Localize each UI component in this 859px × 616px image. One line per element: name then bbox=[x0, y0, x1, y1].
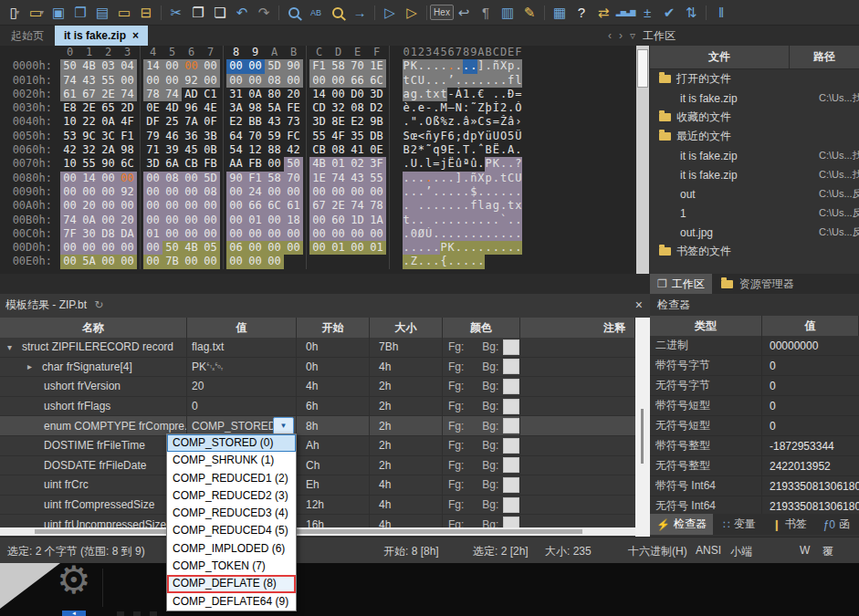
hex-byte[interactable]: F1 bbox=[118, 130, 137, 143]
ascii-char[interactable]: . bbox=[455, 255, 462, 268]
hex-byte[interactable]: 2E bbox=[329, 199, 348, 213]
copy-icon[interactable]: ❐ bbox=[187, 2, 209, 24]
ascii-char[interactable]: . bbox=[508, 241, 515, 255]
hex-byte[interactable]: 00 bbox=[309, 74, 329, 88]
hex-byte[interactable]: 00 bbox=[246, 255, 265, 268]
hex-byte[interactable]: 08 bbox=[348, 101, 367, 115]
hex-byte[interactable]: 14 bbox=[309, 88, 329, 101]
hex-byte[interactable]: 00 bbox=[284, 185, 303, 199]
hex-byte[interactable]: 0A bbox=[246, 88, 265, 101]
hex-byte[interactable]: F1 bbox=[246, 172, 265, 185]
hex-byte[interactable]: 06 bbox=[226, 241, 246, 255]
hex-byte[interactable]: 2E bbox=[99, 88, 118, 101]
ascii-char[interactable]: U bbox=[492, 130, 499, 143]
file-row[interactable]: it is fake.zipC:\Us...找到了 bbox=[650, 146, 859, 165]
ascii-char[interactable]: z bbox=[447, 115, 455, 129]
dropdown-item[interactable]: COMP_REDUCED1 (2) bbox=[167, 470, 296, 487]
template-hscroll-thumb[interactable] bbox=[35, 529, 582, 534]
hex-byte[interactable]: 22 bbox=[79, 115, 99, 129]
hex-byte[interactable]: 00 bbox=[143, 74, 162, 88]
ascii-char[interactable]: . bbox=[463, 227, 470, 241]
dropdown-item[interactable]: COMP_REDUCED4 (5) bbox=[167, 522, 296, 539]
hex-byte[interactable]: 74 bbox=[329, 172, 348, 185]
file-group-row[interactable]: 打开的文件 bbox=[650, 69, 859, 89]
hex-byte[interactable]: 00 bbox=[284, 227, 303, 241]
ascii-char[interactable]: ß bbox=[433, 115, 440, 129]
hex-byte[interactable]: 00 bbox=[348, 227, 367, 241]
dropdown-item[interactable]: COMP_TOKEN (7) bbox=[167, 558, 296, 575]
ascii-char[interactable]: . bbox=[492, 214, 499, 227]
hex-byte[interactable]: 00 bbox=[226, 59, 246, 73]
ascii-char[interactable]: . bbox=[425, 241, 433, 255]
bg-color-swatch[interactable] bbox=[503, 379, 519, 394]
inspector-row[interactable]: 带符号短型0 bbox=[650, 396, 859, 416]
ascii-char[interactable]: . bbox=[492, 172, 499, 185]
hex-byte[interactable]: 00 bbox=[118, 172, 137, 185]
file-row[interactable]: 1C:\Us...反着看 bbox=[650, 204, 859, 223]
column-color[interactable]: 颜色 bbox=[443, 318, 520, 338]
ascii-char[interactable]: ] bbox=[455, 172, 462, 185]
ascii-char[interactable]: . bbox=[463, 241, 470, 255]
hex-byte[interactable]: 00 bbox=[329, 227, 348, 241]
hex-byte[interactable]: 50 bbox=[284, 157, 303, 171]
dropdown-item[interactable]: COMP_IMPLODED (6) bbox=[167, 540, 296, 558]
template-row[interactable]: ▾struct ZIPFILERECORD recordflag.txt0h7B… bbox=[0, 338, 635, 358]
status-hex-mode[interactable]: 十六进制(H) bbox=[628, 544, 687, 559]
hex-byte[interactable]: 60 bbox=[329, 214, 348, 227]
ascii-char[interactable]: € bbox=[477, 88, 485, 101]
hex-byte[interactable]: D8 bbox=[99, 227, 118, 241]
ascii-char[interactable]: Ú bbox=[425, 227, 433, 241]
pause-icon[interactable]: ‖ bbox=[710, 2, 732, 24]
hex-byte[interactable]: 4B bbox=[79, 59, 99, 73]
ascii-char[interactable]: . bbox=[403, 115, 410, 129]
ascii-char[interactable]: þ bbox=[485, 101, 492, 115]
ascii-char[interactable]: % bbox=[440, 115, 447, 129]
ascii-char[interactable]: . bbox=[417, 255, 424, 268]
column-name[interactable]: 名称 bbox=[0, 318, 187, 338]
ascii-char[interactable]: . bbox=[417, 59, 424, 73]
column-path[interactable]: 路径 bbox=[790, 46, 859, 68]
hex-byte[interactable]: 54 bbox=[226, 143, 246, 157]
ascii-char[interactable]: . bbox=[477, 255, 485, 268]
hex-byte[interactable]: 25 bbox=[162, 115, 182, 129]
ascii-char[interactable]: K bbox=[410, 59, 417, 73]
template-row[interactable]: uint frCrcEh4hFg:Bg: bbox=[0, 475, 635, 496]
hex-byte[interactable]: 00 bbox=[162, 74, 182, 88]
ascii-char[interactable]: x bbox=[433, 88, 440, 101]
ascii-char[interactable]: . bbox=[425, 59, 433, 73]
ascii-char[interactable]: Ž bbox=[499, 115, 507, 129]
hex-byte[interactable]: 00 bbox=[265, 255, 284, 268]
bg-color-swatch[interactable] bbox=[503, 457, 519, 473]
hex-byte[interactable]: FB bbox=[201, 157, 220, 171]
ascii-char[interactable]: Ò bbox=[515, 101, 522, 115]
collapse-icon[interactable]: ▾ bbox=[7, 342, 22, 352]
ascii-char[interactable]: C bbox=[508, 172, 515, 185]
ascii-char[interactable]: . bbox=[433, 214, 440, 227]
hex-byte[interactable]: 55 bbox=[99, 74, 118, 88]
hex-byte[interactable]: 1E bbox=[309, 172, 329, 185]
hex-byte[interactable]: 00 bbox=[118, 199, 137, 213]
ascii-char[interactable]: 9 bbox=[440, 143, 447, 157]
inspector-value[interactable]: 2422013952 bbox=[762, 460, 859, 473]
ascii-char[interactable]: . bbox=[425, 199, 433, 213]
hex-byte[interactable]: 64 bbox=[226, 130, 246, 143]
ascii-char[interactable]: . bbox=[485, 74, 492, 88]
inspector-row[interactable]: 无符号短型0 bbox=[650, 416, 859, 436]
hex-byte[interactable]: FE bbox=[284, 101, 303, 115]
ascii-char[interactable]: . bbox=[440, 172, 447, 185]
column-mode-icon[interactable]: ▥ bbox=[497, 2, 519, 24]
hex-byte[interactable]: 00 bbox=[201, 199, 220, 213]
hex-byte[interactable]: 00 bbox=[99, 255, 118, 268]
ascii-char[interactable]: f bbox=[508, 74, 515, 88]
hex-byte[interactable]: 00 bbox=[265, 227, 284, 241]
ascii-char[interactable]: x bbox=[515, 199, 522, 213]
hex-byte[interactable]: 1A bbox=[367, 214, 386, 227]
ascii-char[interactable]: . bbox=[492, 241, 499, 255]
ascii-char[interactable]: . bbox=[455, 115, 462, 129]
hex-byte[interactable]: 01 bbox=[143, 227, 162, 241]
ascii-char[interactable]: . bbox=[477, 227, 485, 241]
ascii-char[interactable]: . bbox=[499, 88, 507, 101]
ascii-char[interactable]: P bbox=[485, 157, 492, 171]
hex-byte[interactable]: 58 bbox=[265, 172, 284, 185]
hex-byte[interactable]: AA bbox=[226, 157, 246, 171]
